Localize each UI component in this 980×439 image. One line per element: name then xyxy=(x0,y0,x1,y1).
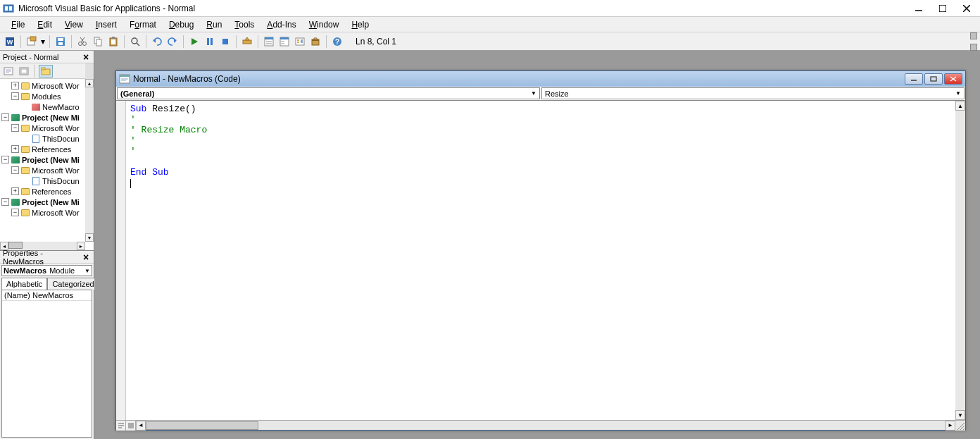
break-icon[interactable] xyxy=(203,35,217,49)
code-horizontal-scrollbar[interactable]: ◄ ► xyxy=(136,421,955,430)
code-minimize-button[interactable] xyxy=(905,73,923,85)
code-window-titlebar[interactable]: Normal - NewMacros (Code) xyxy=(116,71,965,87)
scroll-right-icon[interactable]: ► xyxy=(946,421,955,431)
app-title: Microsoft Visual Basic for Applications … xyxy=(18,4,914,13)
paste-icon[interactable] xyxy=(106,35,120,49)
object-dropdown[interactable]: (General) ▼ xyxy=(117,87,540,99)
redo-icon[interactable] xyxy=(165,35,180,49)
menu-debug[interactable]: Debug xyxy=(163,18,199,31)
property-value[interactable]: NewMacros xyxy=(30,290,92,300)
close-button[interactable] xyxy=(962,4,972,13)
mdi-client-area: Normal - NewMacros (Code) (General) ▼ Re… xyxy=(94,51,980,439)
menu-tools[interactable]: Tools xyxy=(229,18,260,31)
code-window-title: Normal - NewMacros (Code) xyxy=(133,74,905,84)
tree-expand-icon[interactable]: + xyxy=(11,145,19,153)
menu-addins[interactable]: Add-Ins xyxy=(261,18,301,31)
tree-collapse-icon[interactable]: − xyxy=(11,166,19,174)
design-mode-icon[interactable] xyxy=(240,35,254,49)
svg-point-23 xyxy=(132,38,137,44)
save-icon[interactable] xyxy=(54,35,68,49)
minimize-button[interactable] xyxy=(914,4,924,13)
tree-collapse-icon[interactable]: − xyxy=(1,113,9,121)
properties-object-selector[interactable]: NewMacros Module ▼ xyxy=(1,265,92,276)
code-vertical-scrollbar[interactable]: ▲ ▼ xyxy=(955,101,965,420)
code-close-button[interactable] xyxy=(944,73,962,85)
find-icon[interactable] xyxy=(128,35,142,49)
toolbar-overflow[interactable] xyxy=(970,32,977,51)
menu-bar: File Edit View Insert Format Debug Run T… xyxy=(0,17,980,32)
code-editor[interactable]: Sub Resize() ' ' Resize Macro ' ' End Su… xyxy=(126,101,955,420)
run-icon[interactable] xyxy=(187,35,201,49)
svg-marker-27 xyxy=(191,38,198,45)
svg-rect-13 xyxy=(58,42,63,45)
code-margin[interactable] xyxy=(116,101,126,420)
toggle-folders-icon[interactable] xyxy=(39,65,53,78)
cut-icon[interactable] xyxy=(75,35,89,49)
menu-run[interactable]: Run xyxy=(201,18,227,31)
reset-icon[interactable] xyxy=(218,35,232,49)
code-maximize-button[interactable] xyxy=(924,73,943,85)
tab-alphabetic[interactable]: Alphabetic xyxy=(1,278,47,290)
scroll-left-icon[interactable]: ◄ xyxy=(136,421,146,431)
full-module-view-icon[interactable] xyxy=(126,421,136,431)
procedure-view-icon[interactable] xyxy=(116,421,126,431)
help-icon[interactable]: ? xyxy=(330,35,344,49)
tree-vscrollbar[interactable]: ▲▼ xyxy=(85,79,94,242)
svg-point-15 xyxy=(83,42,87,45)
menu-view[interactable]: View xyxy=(59,18,89,31)
properties-panel-close-icon[interactable]: × xyxy=(81,252,91,262)
tree-collapse-icon[interactable]: − xyxy=(11,92,19,100)
menu-insert[interactable]: Insert xyxy=(90,18,122,31)
properties-grid[interactable]: (Name) NewMacros xyxy=(1,290,92,438)
svg-rect-2 xyxy=(9,6,12,11)
svg-point-14 xyxy=(79,42,82,45)
menu-edit[interactable]: Edit xyxy=(32,18,58,31)
menu-window[interactable]: Window xyxy=(303,18,345,31)
scroll-down-icon[interactable]: ▼ xyxy=(955,410,965,420)
vba-app-icon xyxy=(3,3,14,14)
copy-icon[interactable] xyxy=(91,35,105,49)
svg-rect-22 xyxy=(112,37,115,39)
svg-rect-58 xyxy=(120,75,130,77)
svg-rect-34 xyxy=(265,37,273,39)
tree-collapse-icon[interactable]: − xyxy=(1,156,9,163)
insert-dropdown-icon[interactable]: ▾ xyxy=(40,37,46,47)
project-panel-header: Project - Normal × xyxy=(0,51,94,63)
svg-line-74 xyxy=(963,428,965,430)
undo-icon[interactable] xyxy=(150,35,164,49)
project-panel-close-icon[interactable]: × xyxy=(81,52,91,62)
tree-collapse-icon[interactable]: − xyxy=(11,209,19,216)
menu-help[interactable]: Help xyxy=(346,18,375,31)
resize-grip-icon[interactable] xyxy=(955,421,965,431)
project-tree[interactable]: +Microsoft Wor −Modules NewMacro −Projec… xyxy=(0,79,94,250)
tree-hscrollbar[interactable]: ◄► xyxy=(0,242,85,250)
insert-module-icon[interactable] xyxy=(25,35,39,49)
view-object-icon[interactable] xyxy=(17,65,31,78)
dropdown-arrow-icon: ▼ xyxy=(955,90,961,97)
properties-panel-header: Properties - NewMacros × xyxy=(0,251,94,264)
svg-line-24 xyxy=(137,43,139,46)
dropdown-arrow-icon: ▼ xyxy=(531,90,536,97)
tab-categorized[interactable]: Categorized xyxy=(47,278,99,290)
menu-file[interactable]: File xyxy=(6,18,30,31)
project-toolbar xyxy=(0,63,94,79)
tree-collapse-icon[interactable]: − xyxy=(11,124,19,132)
tree-collapse-icon[interactable]: − xyxy=(1,198,9,206)
scroll-up-icon[interactable]: ▲ xyxy=(955,101,965,111)
svg-rect-28 xyxy=(207,38,209,45)
toolbox-icon[interactable] xyxy=(308,35,322,49)
scroll-thumb[interactable] xyxy=(146,421,258,430)
project-explorer-icon[interactable] xyxy=(262,35,276,49)
view-word-icon[interactable]: W xyxy=(3,35,17,49)
procedure-dropdown[interactable]: Resize ▼ xyxy=(541,87,965,99)
svg-rect-46 xyxy=(312,39,319,41)
property-row[interactable]: (Name) NewMacros xyxy=(2,290,92,301)
svg-rect-1 xyxy=(5,6,8,11)
tree-expand-icon[interactable]: + xyxy=(11,187,19,195)
tree-expand-icon[interactable]: + xyxy=(11,82,19,89)
properties-window-icon[interactable] xyxy=(277,35,291,49)
maximize-button[interactable] xyxy=(938,4,948,13)
object-browser-icon[interactable] xyxy=(293,35,307,49)
menu-format[interactable]: Format xyxy=(124,18,162,31)
view-code-icon[interactable] xyxy=(1,65,15,78)
